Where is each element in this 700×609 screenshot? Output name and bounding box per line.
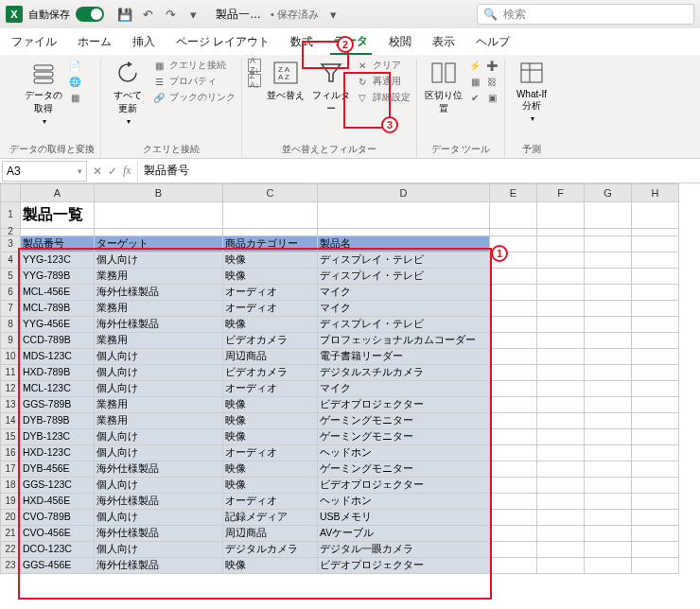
col-header-b[interactable]: B: [95, 183, 223, 202]
cell[interactable]: HXD-789B: [21, 365, 95, 381]
cell[interactable]: オーディオ: [223, 301, 318, 317]
cell[interactable]: GGS-456E: [21, 558, 95, 574]
qat-dropdown-icon[interactable]: ▾: [185, 7, 201, 22]
cell[interactable]: GGS-123C: [21, 478, 95, 494]
cell[interactable]: [490, 429, 537, 445]
cell[interactable]: オーディオ: [223, 445, 318, 461]
cell[interactable]: [585, 236, 632, 252]
flash-fill-button[interactable]: ⚡: [468, 59, 481, 72]
cell[interactable]: [490, 558, 537, 574]
cell[interactable]: [318, 202, 490, 229]
cell[interactable]: ゲーミングモニター: [318, 413, 490, 429]
filter-button[interactable]: フィルター: [310, 59, 352, 115]
cell[interactable]: プロフェッショナルカムコーダー: [318, 333, 490, 349]
fx-icon[interactable]: fx: [123, 164, 131, 178]
row-header[interactable]: 8: [0, 317, 21, 333]
tab-page-layout[interactable]: ページ レイアウト: [172, 30, 273, 54]
cell[interactable]: [632, 301, 679, 317]
cell[interactable]: [585, 445, 632, 461]
cell[interactable]: 海外仕様製品: [95, 461, 223, 478]
cell[interactable]: [632, 229, 679, 236]
row-header[interactable]: 12: [0, 381, 21, 397]
cell[interactable]: [537, 397, 585, 413]
cell[interactable]: [632, 494, 679, 510]
col-header-f[interactable]: F: [537, 183, 585, 202]
tab-view[interactable]: 表示: [429, 30, 459, 54]
formula-input[interactable]: [137, 161, 700, 182]
cell[interactable]: [490, 494, 537, 510]
cell[interactable]: デジタルカメラ: [223, 542, 318, 558]
cell[interactable]: [537, 202, 585, 229]
cell[interactable]: [537, 526, 585, 542]
cell[interactable]: 業務用: [95, 269, 223, 285]
cell[interactable]: [585, 349, 632, 365]
cell[interactable]: [490, 236, 537, 252]
cell[interactable]: [632, 397, 679, 413]
cell[interactable]: [632, 365, 679, 381]
col-header-h[interactable]: H: [632, 183, 679, 202]
cell[interactable]: USBメモリ: [318, 510, 490, 526]
cell[interactable]: [632, 542, 679, 558]
cell[interactable]: [632, 317, 679, 333]
cell[interactable]: [632, 461, 679, 478]
cell[interactable]: マイク: [318, 285, 490, 301]
cell[interactable]: [585, 397, 632, 413]
cell[interactable]: [537, 229, 585, 236]
col-header-g[interactable]: G: [585, 183, 632, 202]
cell[interactable]: ヘッドホン: [318, 494, 490, 510]
cell[interactable]: [632, 202, 679, 229]
cell[interactable]: [490, 202, 537, 229]
sort-desc-button[interactable]: ZA↓: [248, 74, 261, 87]
cell[interactable]: [585, 510, 632, 526]
cell[interactable]: [585, 429, 632, 445]
cell[interactable]: 海外仕様製品: [95, 317, 223, 333]
undo-icon[interactable]: ↶: [140, 7, 155, 22]
cell[interactable]: 業務用: [95, 413, 223, 429]
cell[interactable]: [537, 413, 585, 429]
cell[interactable]: YYG-123C: [21, 252, 95, 269]
cell[interactable]: 業務用: [95, 333, 223, 349]
relationships-button[interactable]: ⛓: [485, 75, 499, 88]
cell[interactable]: [632, 285, 679, 301]
cell[interactable]: HXD-456E: [21, 494, 95, 510]
cell[interactable]: 個人向け: [95, 429, 223, 445]
cell[interactable]: [490, 510, 537, 526]
get-data-button[interactable]: データの 取得 ▾: [23, 59, 64, 126]
cell[interactable]: MCL-123C: [21, 381, 95, 397]
row-header[interactable]: 18: [0, 478, 21, 494]
cell[interactable]: [537, 478, 585, 494]
cell[interactable]: 海外仕様製品: [95, 558, 223, 574]
cell[interactable]: [490, 317, 537, 333]
row-header[interactable]: 21: [0, 526, 21, 542]
col-header-e[interactable]: E: [490, 183, 537, 202]
cell[interactable]: GGS-789B: [21, 397, 95, 413]
cell[interactable]: [490, 349, 537, 365]
name-box[interactable]: A3▾: [2, 161, 87, 182]
cell[interactable]: [632, 252, 679, 269]
cell[interactable]: 海外仕様製品: [95, 526, 223, 542]
cell[interactable]: ディスプレイ・テレビ: [318, 252, 490, 269]
cell[interactable]: [537, 445, 585, 461]
cell[interactable]: [490, 381, 537, 397]
cell[interactable]: [585, 413, 632, 429]
cell[interactable]: [585, 478, 632, 494]
cell[interactable]: [490, 461, 537, 478]
cell[interactable]: 個人向け: [95, 252, 223, 269]
cell[interactable]: ディスプレイ・テレビ: [318, 269, 490, 285]
cell[interactable]: ヘッドホン: [318, 445, 490, 461]
cell[interactable]: [632, 445, 679, 461]
tab-formulas[interactable]: 数式: [287, 30, 317, 54]
cell[interactable]: [537, 461, 585, 478]
cell[interactable]: 海外仕様製品: [95, 494, 223, 510]
row-header[interactable]: 11: [0, 365, 21, 381]
cell[interactable]: HXD-123C: [21, 445, 95, 461]
sort-asc-button[interactable]: AZ↓: [248, 59, 261, 72]
cell[interactable]: 映像: [223, 413, 318, 429]
row-header[interactable]: 13: [0, 397, 21, 413]
cell[interactable]: デジタル一眼カメラ: [318, 542, 490, 558]
cell[interactable]: 商品カテゴリー: [223, 236, 318, 252]
cell[interactable]: MDS-123C: [21, 349, 95, 365]
row-header[interactable]: 15: [0, 429, 21, 445]
cell[interactable]: 映像: [223, 478, 318, 494]
row-header[interactable]: 3: [0, 236, 21, 252]
